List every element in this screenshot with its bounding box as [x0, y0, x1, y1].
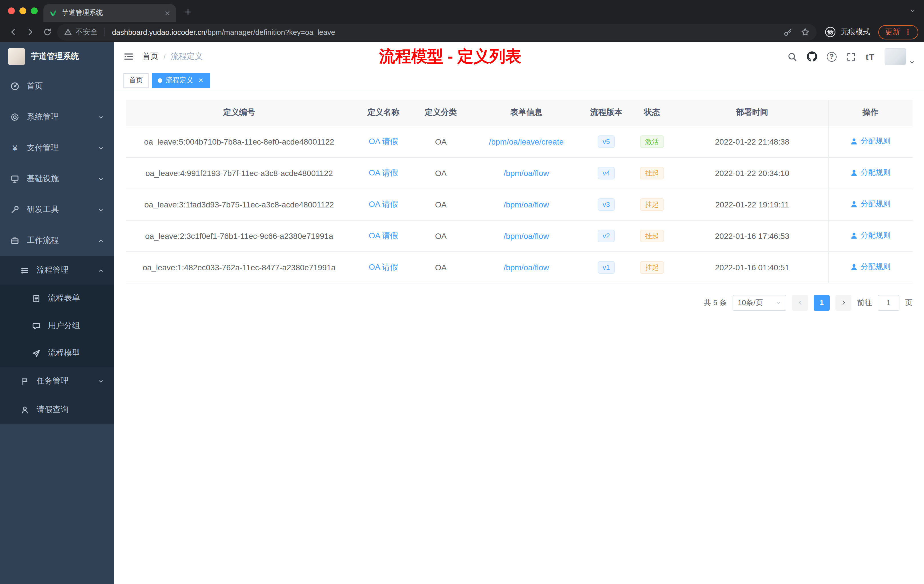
page-size-select[interactable]: 10条/页 [733, 295, 786, 310]
sidebar-item-home[interactable]: 首页 [0, 71, 114, 102]
table-row: oa_leave:3:1fad3d93-7b75-11ec-a3c8-acde4… [126, 188, 912, 220]
font-size-icon[interactable]: tT [866, 52, 875, 61]
next-page-button[interactable] [835, 295, 851, 310]
chevron-down-icon [98, 114, 104, 120]
status-badge: 挂起 [640, 261, 664, 274]
sidebar-item-workflow[interactable]: 工作流程 [0, 225, 114, 256]
tools-icon [10, 205, 20, 214]
page-unit-label: 页 [905, 297, 912, 308]
definition-table: 定义编号 定义名称 定义分类 表单信息 流程版本 状态 部署时间 操作 oa_l [126, 100, 912, 283]
tab-strip: 芋道管理系统 [0, 0, 924, 22]
assign-rule-button[interactable]: 分配规则 [851, 136, 891, 147]
sidebar-logo[interactable]: 芋道管理系统 [0, 42, 114, 71]
form-link[interactable]: /bpm/oa/flow [504, 200, 549, 209]
yen-icon: ¥ [10, 144, 20, 153]
warning-icon [64, 28, 72, 36]
table-row: oa_leave:2:3c1f0ef1-76b1-11ec-9c66-a2380… [126, 220, 912, 251]
tag-home[interactable]: 首页 [124, 73, 148, 88]
version-badge: v3 [597, 198, 615, 211]
sidebar-item-label: 基础设施 [27, 174, 59, 184]
hamburger-icon[interactable] [124, 51, 134, 62]
sidebar-item-leave-query[interactable]: 请假查询 [0, 396, 114, 424]
sidebar-item-user-group[interactable]: 用户分组 [0, 312, 114, 340]
definition-name-link[interactable]: OA 请假 [369, 199, 398, 208]
search-icon[interactable] [787, 52, 797, 61]
form-link[interactable]: /bpm/oa/flow [504, 262, 549, 272]
tab-close-icon[interactable] [165, 10, 170, 16]
sidebar-item-label: 首页 [27, 81, 43, 91]
tab-title: 芋道管理系统 [62, 8, 160, 18]
goto-page-input[interactable] [878, 295, 899, 310]
monitor-icon [10, 174, 20, 183]
chevron-up-icon [98, 267, 104, 274]
tab-search-chevron-icon[interactable] [909, 7, 916, 14]
bookmark-star-icon[interactable] [800, 27, 810, 36]
omnibox-actions [784, 27, 810, 36]
url-domain: dashboard.yudao.iocoder.cn [112, 28, 205, 36]
sidebar-item-task-management[interactable]: 任务管理 [0, 367, 114, 396]
security-indicator[interactable]: 不安全 [64, 27, 98, 37]
sidebar-item-payment[interactable]: ¥ 支付管理 [0, 133, 114, 163]
maximize-window-button[interactable] [31, 7, 38, 14]
sidebar-item-process-model[interactable]: 流程模型 [0, 340, 114, 367]
user-icon [21, 406, 29, 414]
password-key-icon[interactable] [784, 27, 792, 36]
forward-icon[interactable] [23, 25, 38, 40]
minimize-window-button[interactable] [20, 7, 26, 14]
assign-rule-button[interactable]: 分配规则 [851, 231, 891, 241]
fullscreen-icon[interactable] [846, 52, 856, 61]
header-definition-id: 定义编号 [126, 100, 353, 126]
form-link[interactable]: /bpm/oa/flow [504, 231, 549, 240]
form-icon [32, 294, 41, 303]
top-navbar: 首页 / 流程定义 流程模型 - 定义列表 ? tT [114, 42, 924, 71]
chevron-down-icon [98, 378, 104, 384]
definition-name-link[interactable]: OA 请假 [369, 136, 398, 145]
tag-close-icon[interactable] [196, 76, 205, 84]
page-title-annotation: 流程模型 - 定义列表 [379, 46, 521, 68]
assign-rule-button[interactable]: 分配规则 [851, 168, 891, 178]
more-menu-icon[interactable] [904, 28, 911, 36]
incognito-label: 无痕模式 [841, 27, 870, 37]
assign-rule-button[interactable]: 分配规则 [851, 262, 891, 272]
back-icon[interactable] [6, 25, 21, 40]
chevron-down-icon [98, 176, 104, 182]
sidebar: 芋道管理系统 首页 系统管理 ¥ 支付管理 基础设施 [0, 42, 114, 584]
chrome-update-button[interactable]: 更新 [878, 25, 918, 39]
prev-page-button[interactable] [792, 295, 808, 310]
new-tab-button[interactable] [181, 5, 195, 20]
browser-tab[interactable]: 芋道管理系统 [43, 4, 176, 22]
caret-down-icon [909, 59, 915, 65]
header-definition-name: 定义名称 [353, 100, 414, 126]
active-dot [158, 78, 162, 82]
url-divider [105, 28, 105, 36]
close-window-button[interactable] [8, 7, 15, 14]
update-label: 更新 [885, 27, 900, 37]
chevron-down-icon [776, 300, 781, 305]
form-link[interactable]: /bpm/oa/leave/create [489, 137, 564, 146]
sidebar-item-process-form[interactable]: 流程表单 [0, 285, 114, 312]
sidebar-item-infrastructure[interactable]: 基础设施 [0, 163, 114, 194]
browser-window: 芋道管理系统 不安全 dashboard.yudao.i [0, 0, 924, 584]
sidebar-item-devtools[interactable]: 研发工具 [0, 194, 114, 225]
help-icon[interactable]: ? [827, 52, 837, 61]
reload-icon[interactable] [40, 25, 55, 40]
page-number-button[interactable]: 1 [814, 295, 830, 310]
tag-process-definition[interactable]: 流程定义 [152, 73, 210, 88]
definition-name-link[interactable]: OA 请假 [369, 168, 398, 177]
cell-category: OA [414, 251, 467, 283]
briefcase-icon [10, 236, 20, 245]
cell-definition-id: oa_leave:2:3c1f0ef1-76b1-11ec-9c66-a2380… [126, 220, 353, 251]
breadcrumb-home[interactable]: 首页 [142, 51, 158, 62]
github-icon[interactable] [807, 51, 817, 62]
definition-name-link[interactable]: OA 请假 [369, 231, 398, 240]
sidebar-item-system[interactable]: 系统管理 [0, 102, 114, 133]
definition-name-link[interactable]: OA 请假 [369, 262, 398, 271]
cell-definition-id: oa_leave:5:004b710b-7b8a-11ec-8ef0-acde4… [126, 126, 353, 157]
sidebar-item-process-management[interactable]: 流程管理 [0, 256, 114, 285]
user-menu[interactable] [884, 48, 915, 65]
assign-rule-button[interactable]: 分配规则 [851, 199, 891, 210]
form-link[interactable]: /bpm/oa/flow [504, 168, 549, 177]
person-icon [851, 201, 858, 208]
url-field[interactable]: 不安全 dashboard.yudao.iocoder.cn/bpm/manag… [57, 24, 817, 40]
chevron-down-icon [98, 145, 104, 151]
